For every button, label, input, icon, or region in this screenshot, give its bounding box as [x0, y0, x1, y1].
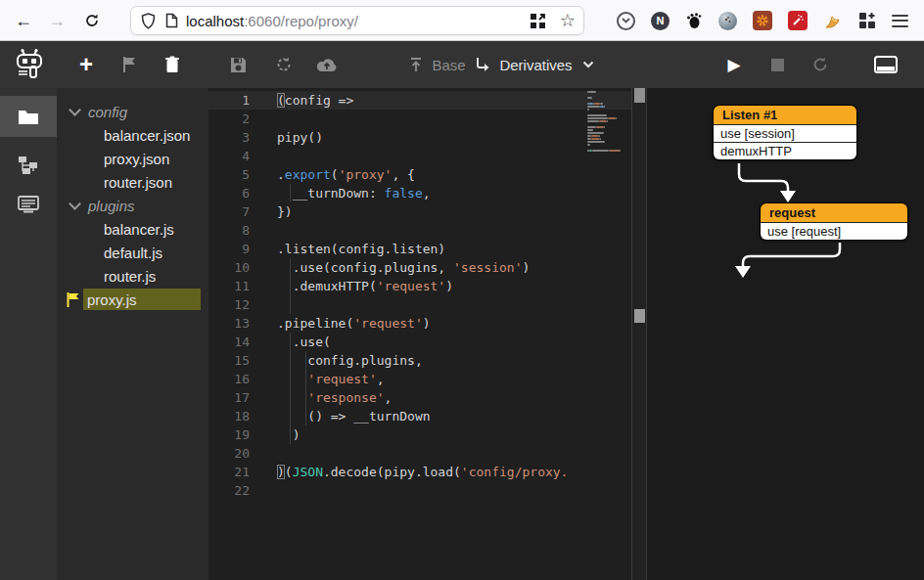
code-line-6[interactable]: 6 __turnDown: false,: [208, 184, 631, 202]
matched-bracket: (: [277, 93, 285, 108]
code-line-7[interactable]: 7}): [208, 202, 631, 221]
minimap-line: [587, 135, 630, 137]
line-number: 5: [208, 165, 250, 184]
rail-item-files[interactable]: [0, 96, 57, 137]
minimap[interactable]: [587, 91, 630, 156]
page-icon[interactable]: [165, 13, 178, 28]
code-line-1[interactable]: 1(config =>: [208, 91, 631, 110]
minimap-line: [587, 109, 630, 111]
base-selector[interactable]: Base: [403, 41, 472, 88]
code-line-11[interactable]: 11 .demuxHTTP('request'): [208, 277, 631, 295]
code-line-3[interactable]: 3pipy(): [208, 128, 631, 147]
code-line-9[interactable]: 9.listen(config.listen): [208, 240, 631, 258]
chevron-down-icon[interactable]: [69, 104, 81, 116]
pocket-icon[interactable]: [617, 12, 635, 30]
tree-item-router-json[interactable]: router.json: [57, 170, 208, 194]
line-number: 1: [208, 91, 250, 110]
code-text: 'response',: [277, 388, 392, 407]
tree-item-label: default.js: [104, 245, 162, 261]
save-button[interactable]: [222, 41, 254, 88]
back-button[interactable]: ←: [10, 7, 37, 34]
derivative-arrow-icon: [475, 57, 490, 72]
reset-button[interactable]: [268, 41, 300, 88]
reload-button[interactable]: [78, 7, 106, 34]
code-text: )(JSON.decode(pipy.load('config/proxy.: [277, 463, 568, 481]
cloud-upload-button[interactable]: [310, 41, 344, 88]
code-line-18[interactable]: 18 () => __turnDown: [208, 407, 631, 425]
pipeline-box-title: Listen #1: [714, 106, 856, 124]
console-icon: [874, 56, 898, 73]
wand-icon[interactable]: [788, 11, 808, 30]
tree-item-router-js[interactable]: router.js: [57, 264, 208, 288]
code-line-12[interactable]: 12: [208, 295, 631, 314]
tree-item-config[interactable]: config: [57, 100, 208, 123]
rail-item-flow[interactable]: [0, 145, 57, 186]
add-button[interactable]: +: [70, 41, 102, 88]
scrollbar-thumb-top[interactable]: [634, 88, 645, 103]
tree-item-label: router.json: [104, 174, 172, 191]
code-text: ): [277, 425, 300, 444]
main-area: configbalancer.jsonproxy.jsonrouter.json…: [0, 88, 924, 580]
menu-icon[interactable]: [892, 15, 908, 27]
restart-button[interactable]: [806, 41, 835, 88]
rail-item-console-log[interactable]: [0, 184, 57, 225]
code-line-5[interactable]: 5.export('proxy', {: [208, 165, 631, 184]
code-line-4[interactable]: 4: [208, 147, 631, 165]
code-line-20[interactable]: 20: [208, 444, 631, 463]
tree-item-default-js[interactable]: default.js: [57, 241, 208, 264]
code-line-8[interactable]: 8: [208, 221, 631, 240]
line-number: 11: [208, 277, 250, 295]
play-button[interactable]: ▶: [719, 41, 749, 88]
bookmark-star-icon[interactable]: ☆: [560, 13, 576, 29]
minimap-line: [587, 129, 630, 131]
tree-item-plugins[interactable]: plugins: [57, 194, 208, 217]
delete-button[interactable]: [157, 41, 188, 88]
code-text: .pipeline('request'): [277, 314, 431, 333]
orb-icon[interactable]: [718, 12, 737, 30]
gnome-foot-icon[interactable]: [685, 12, 703, 29]
code-line-19[interactable]: 19 ): [208, 425, 631, 444]
minimap-line: [587, 144, 630, 146]
minimap-line: [587, 114, 630, 116]
flame-icon[interactable]: [823, 12, 843, 29]
gear-icon[interactable]: [753, 11, 772, 30]
save-icon: [230, 57, 247, 73]
code-editor[interactable]: 1(config =>23pipy()45.export('proxy', {6…: [208, 88, 631, 580]
tree-item-balancer-json[interactable]: balancer.json: [57, 123, 208, 147]
shield-icon[interactable]: [141, 13, 156, 29]
tree-item-balancer-js[interactable]: balancer.js: [57, 217, 208, 241]
tree-item-proxy-js[interactable]: proxy.js: [57, 288, 208, 311]
pipy-logo[interactable]: [8, 41, 51, 88]
code-line-13[interactable]: 13.pipeline('request'): [208, 314, 631, 333]
pipeline-diagram-panel: Listen #1use [session]demuxHTTPrequestus…: [647, 88, 924, 580]
code-text: }): [277, 202, 293, 221]
line-number: 8: [208, 221, 250, 240]
code-line-15[interactable]: 15 config.plugins,: [208, 351, 631, 370]
grid-pin-icon[interactable]: [530, 13, 546, 29]
minimap-line: [587, 141, 630, 143]
derivatives-selector[interactable]: Derivatives: [466, 41, 603, 88]
line-number: 18: [208, 407, 250, 425]
code-line-22[interactable]: 22: [208, 481, 631, 500]
stop-button[interactable]: [762, 41, 792, 88]
url-bar[interactable]: localhost:6060/repo/proxy/ ☆: [130, 6, 584, 35]
base-label: Base: [432, 57, 465, 73]
code-line-16[interactable]: 16 'request',: [208, 370, 631, 388]
code-line-10[interactable]: 10 .use(config.plugins, 'session'): [208, 258, 631, 277]
code-line-14[interactable]: 14 .use(: [208, 333, 631, 351]
console-button[interactable]: [869, 41, 902, 88]
noscript-icon[interactable]: N: [651, 12, 670, 30]
flag-button[interactable]: [114, 41, 145, 88]
splitter-handle[interactable]: [634, 309, 645, 323]
code-line-17[interactable]: 17 'response',: [208, 388, 631, 407]
reload-icon: [84, 13, 100, 28]
tree-item-label: balancer.js: [104, 221, 174, 238]
chevron-down-icon[interactable]: [69, 198, 81, 210]
code-line-2[interactable]: 2: [208, 110, 631, 128]
tree-item-proxy-json[interactable]: proxy.json: [57, 147, 208, 170]
line-number: 15: [208, 351, 250, 370]
pipeline-filter-row: demuxHTTP: [714, 142, 856, 159]
forward-button[interactable]: →: [43, 7, 70, 34]
code-line-21[interactable]: 21)(JSON.decode(pipy.load('config/proxy.: [208, 463, 631, 481]
extensions-icon[interactable]: [858, 12, 876, 29]
